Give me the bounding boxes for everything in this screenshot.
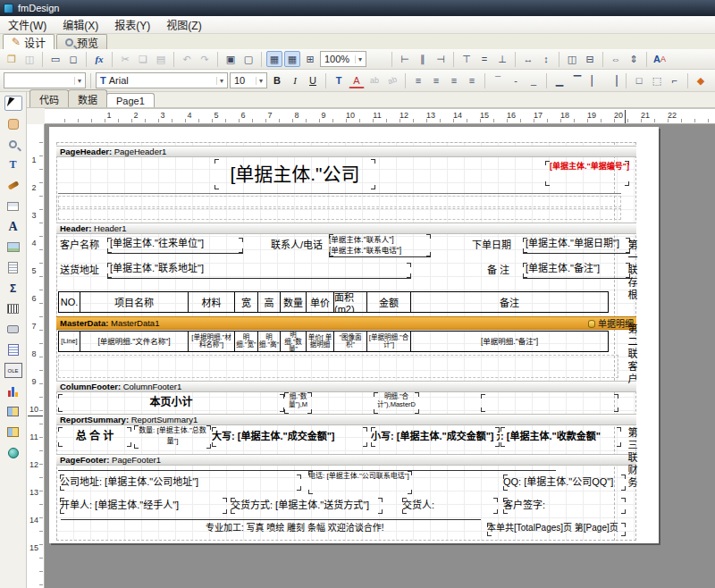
style-select[interactable]: ▾ xyxy=(4,72,86,88)
highlight-icon[interactable]: ab xyxy=(366,72,383,88)
data-cell[interactable]: [单据明细."合计"] xyxy=(366,331,411,352)
text-edit-tool[interactable]: T xyxy=(4,157,22,172)
empty-cell-object[interactable] xyxy=(481,394,618,412)
column-header[interactable]: 宽 xyxy=(234,291,258,313)
preview-page-icon[interactable]: ◻ xyxy=(65,51,81,67)
column-header[interactable]: 数量 xyxy=(280,291,307,313)
slogan-object[interactable]: 专业加工: 写真 喷绘 雕刻 条幅 欢迎洽谈合作! xyxy=(206,523,486,533)
text-object-tool[interactable]: A xyxy=(4,219,22,234)
column-header[interactable]: 备注 xyxy=(410,291,609,313)
grand-total-label[interactable]: 总 合 计 xyxy=(58,427,131,447)
tab-data[interactable]: 数据 xyxy=(68,89,107,107)
data-cell[interactable]: "图像面积" xyxy=(333,331,367,352)
amount-sum-object[interactable]: 明细."合计"),MasterD xyxy=(374,392,419,414)
format-painter-tool[interactable] xyxy=(4,178,22,193)
align-top-edges-icon[interactable]: ⊤ xyxy=(458,51,475,67)
menu-report[interactable]: 报表(Y) xyxy=(106,15,158,34)
copy-label-3[interactable]: 第三联财务 xyxy=(625,427,639,508)
order-date-label[interactable]: 下单日期 xyxy=(472,239,511,251)
line-object[interactable] xyxy=(61,519,481,520)
deliverer-object[interactable]: 交货人: xyxy=(402,498,498,514)
address-label[interactable]: 送货地址 xyxy=(60,265,99,276)
zoom-tool[interactable] xyxy=(4,137,22,152)
center-vertically-icon[interactable]: = xyxy=(476,51,492,67)
border-bottom-icon[interactable]: ▁ xyxy=(551,72,568,88)
align-text-left-icon[interactable]: ≡ xyxy=(410,72,426,88)
band-reportsummary[interactable]: ReportSummary: ReportSummary1 xyxy=(56,414,636,425)
data-cell[interactable]: [单据明细."材料名称"] xyxy=(188,331,235,352)
align-text-right-icon[interactable]: ≡ xyxy=(446,72,462,88)
show-grid-icon[interactable]: ▦ xyxy=(266,51,282,67)
border-top-icon[interactable]: ▔ xyxy=(569,72,585,88)
same-width-icon[interactable]: ⇔ xyxy=(608,51,624,67)
subreport-object-tool[interactable] xyxy=(4,260,22,275)
band-pagefooter[interactable]: PageFooter: PageFooter1 xyxy=(56,454,636,466)
font-size-select[interactable]: 10 ▾ xyxy=(230,72,267,88)
column-header[interactable]: 材料 xyxy=(188,291,235,313)
address-field[interactable]: [单据主体."联系地址"] xyxy=(107,263,411,279)
text-rotation-icon[interactable]: ab xyxy=(382,70,402,90)
line-object[interactable]: [Line] xyxy=(58,331,80,352)
note-field[interactable]: [单据主体."备注"] xyxy=(523,263,630,279)
company-qq-object[interactable]: QQ: [单据主体."公司QQ"] xyxy=(503,475,626,491)
customer-field[interactable]: [单据主体."往来单位"] xyxy=(107,238,243,254)
doc-number-object[interactable]: [单据主体."单据编号"] xyxy=(545,161,629,186)
bold-button[interactable]: B xyxy=(269,72,285,88)
barcode-object-tool[interactable] xyxy=(4,301,22,316)
db-crosstab-object-tool[interactable] xyxy=(4,424,22,440)
font-select[interactable]: T Arial ▾ xyxy=(96,72,228,88)
customer-signature-object[interactable]: 客户签字: xyxy=(503,498,626,514)
fill-color-icon[interactable]: ◆ xyxy=(693,72,709,88)
save-icon[interactable]: ◫ xyxy=(21,51,38,67)
crosstab-object-tool[interactable] xyxy=(4,404,22,419)
line-object[interactable] xyxy=(58,470,556,471)
system-text-tool[interactable]: Σ xyxy=(4,281,22,296)
align-text-justify-icon[interactable]: ≡ xyxy=(464,72,480,88)
ole-object-tool[interactable]: OLE xyxy=(4,363,22,378)
copy-label-2[interactable]: 第二联客户 xyxy=(625,323,639,407)
title-bar[interactable]: fmDesign xyxy=(0,0,715,16)
page-count-object[interactable]: 本单共[TotalPages]页 第[Page]页 xyxy=(487,523,626,536)
align-right-edges-icon[interactable]: ⊣ xyxy=(433,51,449,67)
bring-front-icon[interactable]: ▣ xyxy=(223,51,239,67)
tab-preview[interactable]: 预览 xyxy=(56,34,107,49)
company-title-object[interactable]: [单据主体."公司 xyxy=(214,159,375,189)
column-header[interactable]: 高 xyxy=(257,291,281,313)
space-vertically-icon[interactable]: ↕ xyxy=(538,51,554,67)
copy-label-1[interactable]: 第一联存根 xyxy=(625,239,639,313)
data-cell[interactable]: 明细."宽" xyxy=(234,331,258,352)
company-phone-object[interactable]: 电话: [单据主体."公司联系电话"] xyxy=(308,471,412,494)
space-horizontally-icon[interactable]: ↔ xyxy=(520,51,536,67)
data-cell[interactable]: [单据明细."文件名称"] xyxy=(80,331,189,352)
data-cell[interactable]: 明细."数量" xyxy=(280,331,307,352)
column-header[interactable]: 金额 xyxy=(366,291,411,313)
cut-icon[interactable]: ✂ xyxy=(117,51,133,67)
open-icon[interactable]: ❐ xyxy=(4,51,20,67)
font-settings-icon[interactable]: AA xyxy=(652,51,668,67)
line-color-icon[interactable]: ✎ xyxy=(711,72,715,88)
valign-middle-icon[interactable]: - xyxy=(508,72,524,88)
data-cell[interactable]: [单据明细."备注"] xyxy=(410,331,609,352)
insert-band-tool[interactable] xyxy=(4,198,22,214)
received-amount-object[interactable]: : [单据主体."收款金额" xyxy=(500,427,621,447)
menu-view[interactable]: 视图(Z) xyxy=(158,15,209,34)
gradient-object-tool[interactable] xyxy=(4,445,22,460)
data-cell[interactable]: 明细."高" xyxy=(257,331,281,352)
issuer-object[interactable]: 开单人: [单据主体."经手人"] xyxy=(60,498,227,514)
valign-top-icon[interactable]: ¯ xyxy=(490,72,506,88)
tab-design[interactable]: ✎ 设计 xyxy=(3,34,55,49)
band-pageheader[interactable]: PageHeader: PageHeader1 xyxy=(56,146,636,157)
paste-icon[interactable]: ▤ xyxy=(153,51,169,67)
redo-icon[interactable]: ↷ xyxy=(197,51,213,67)
band-masterdata[interactable]: MasterData: MasterData1 单据明细 xyxy=(56,316,636,330)
picture-object-tool[interactable] xyxy=(4,239,22,255)
hand-tool[interactable] xyxy=(4,116,22,131)
tab-page1[interactable]: Page1 xyxy=(106,93,155,107)
tab-code[interactable]: 代码 xyxy=(29,89,69,107)
line-object[interactable] xyxy=(58,193,621,194)
center-horizontally-icon[interactable]: ∥ xyxy=(415,51,431,67)
menu-edit[interactable]: 编辑(X) xyxy=(55,15,106,34)
font-color-icon[interactable]: A xyxy=(349,72,365,88)
note-label[interactable]: 备 注 xyxy=(487,265,509,276)
richtext-object-tool[interactable] xyxy=(4,342,22,357)
